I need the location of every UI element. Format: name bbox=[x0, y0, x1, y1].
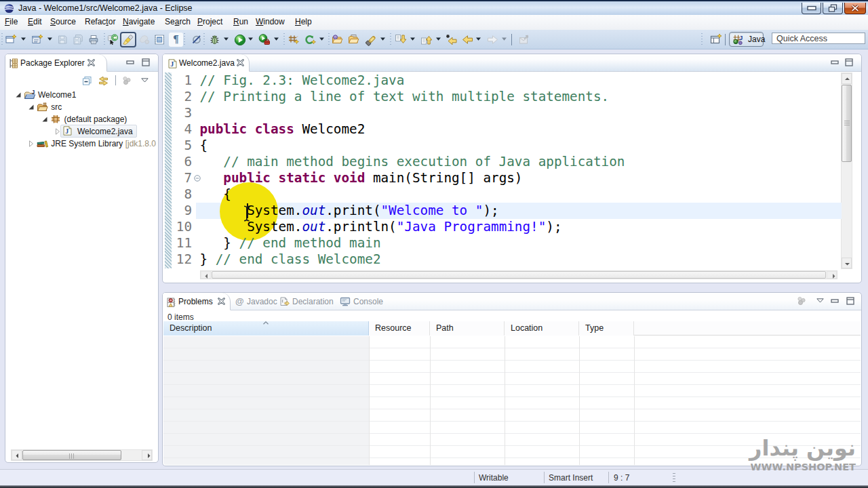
minimize-view-icon[interactable] bbox=[831, 297, 839, 305]
toolbar-dropdown-arrow-icon[interactable] bbox=[248, 37, 253, 41]
toolbar-dropdown-arrow-icon[interactable] bbox=[224, 37, 229, 41]
toolbar-open-resource-icon[interactable] bbox=[348, 34, 359, 45]
code-editor[interactable]: 123456789101112 // Fig. 2.3: Welcome2.ja… bbox=[163, 73, 861, 282]
close-view-icon[interactable] bbox=[218, 298, 225, 305]
tree-expanded-icon[interactable] bbox=[28, 104, 35, 110]
menu-project[interactable]: Project bbox=[197, 17, 222, 26]
scroll-left-icon[interactable] bbox=[12, 450, 22, 460]
menu-file[interactable]: File bbox=[5, 17, 18, 26]
toolbar-pin-editor-icon[interactable] bbox=[518, 34, 530, 45]
java-perspective-button[interactable]: J Java bbox=[729, 32, 764, 47]
menu-edit[interactable]: Edit bbox=[28, 17, 42, 26]
scrollbar-thumb[interactable] bbox=[22, 450, 121, 460]
toolbar-show-source-icon[interactable] bbox=[154, 34, 165, 45]
tree-item-jre-system-library-[interactable]: JRE System Library [jdk1.8.0 bbox=[6, 138, 157, 150]
view-menu-icon[interactable] bbox=[816, 298, 824, 303]
tree-item-src[interactable]: src bbox=[6, 101, 157, 113]
tree-collapsed-icon[interactable] bbox=[28, 140, 35, 147]
column-header-path[interactable]: Path bbox=[430, 321, 505, 336]
package-explorer-hscrollbar[interactable] bbox=[11, 449, 153, 461]
menu-navigate[interactable]: Navigate bbox=[123, 17, 155, 26]
toolbar-mark-occurrences-icon[interactable] bbox=[120, 32, 136, 47]
toolbar-dropdown-arrow-icon[interactable] bbox=[380, 37, 385, 41]
toolbar-save-icon[interactable] bbox=[57, 34, 68, 45]
toolbar-dropdown-arrow-icon[interactable] bbox=[274, 37, 279, 41]
toolbar-dropdown-arrow-icon[interactable] bbox=[436, 37, 441, 41]
minimize-view-icon[interactable] bbox=[831, 58, 839, 66]
menu-source[interactable]: Source bbox=[50, 17, 76, 26]
toolbar-show-whitespace-icon[interactable]: ¶ bbox=[169, 33, 183, 47]
package-explorer-tab[interactable]: Package Explorer bbox=[5, 54, 107, 72]
view-menu-icon[interactable] bbox=[141, 78, 149, 83]
toolbar-dropdown-arrow-icon[interactable] bbox=[21, 37, 26, 41]
toolbar-open-type-icon[interactable] bbox=[332, 34, 343, 45]
toolbar-save-all-icon[interactable] bbox=[73, 34, 84, 45]
quick-access-input[interactable]: Quick Access bbox=[772, 33, 865, 44]
menu-run[interactable]: Run bbox=[233, 17, 248, 26]
toolbar-dropdown-arrow-icon[interactable] bbox=[502, 37, 507, 41]
close-button[interactable] bbox=[844, 3, 866, 14]
package-explorer-icon bbox=[9, 58, 18, 68]
maximize-view-icon[interactable] bbox=[845, 58, 853, 66]
restore-button[interactable] bbox=[823, 3, 843, 14]
maximize-view-icon[interactable] bbox=[142, 58, 150, 66]
column-header-resource[interactable]: Resource bbox=[369, 321, 430, 336]
menu-search[interactable]: Search bbox=[165, 17, 191, 26]
toolbar-new-wizard-icon[interactable] bbox=[5, 34, 17, 45]
column-header-description[interactable]: Description bbox=[163, 321, 369, 336]
toolbar-coverage-icon[interactable] bbox=[304, 34, 315, 45]
link-with-editor-icon[interactable] bbox=[98, 75, 109, 87]
menu-window[interactable]: Window bbox=[256, 17, 285, 26]
toolbar-search-icon[interactable] bbox=[365, 34, 376, 45]
minimize-button[interactable] bbox=[802, 3, 821, 14]
tree-item-welcome1[interactable]: JWelcome1 bbox=[6, 89, 157, 101]
menu-help[interactable]: Help bbox=[295, 17, 312, 26]
toolbar-new-java-icon[interactable] bbox=[32, 34, 43, 45]
editor-hscrollbar[interactable] bbox=[200, 270, 837, 279]
toolbar-next-annotation-icon[interactable] bbox=[395, 34, 406, 45]
toolbar-run-external-icon[interactable] bbox=[258, 34, 270, 45]
menu-refactor[interactable]: Refactor bbox=[85, 17, 115, 26]
toolbar-prev-annotation-icon[interactable] bbox=[420, 34, 432, 45]
toolbar-dropdown-arrow-icon[interactable] bbox=[319, 37, 324, 41]
problems-tab[interactable]: Problems bbox=[163, 293, 231, 310]
scroll-down-icon[interactable] bbox=[842, 258, 852, 268]
toolbar-next-change-icon[interactable] bbox=[139, 34, 151, 45]
collapse-all-icon[interactable] bbox=[81, 75, 93, 87]
toolbar-last-edit-location-icon[interactable] bbox=[446, 34, 457, 45]
toolbar-new-java-project-icon[interactable] bbox=[288, 34, 299, 45]
scroll-right-icon[interactable] bbox=[142, 450, 152, 460]
tree-collapsed-icon[interactable] bbox=[54, 128, 61, 135]
toolbar-skip-breakpoints-icon[interactable] bbox=[191, 34, 203, 45]
tree-expanded-icon[interactable] bbox=[41, 116, 48, 123]
maximize-view-icon[interactable] bbox=[846, 297, 854, 305]
minimize-view-icon[interactable] bbox=[126, 58, 134, 66]
toolbar-back-icon[interactable] bbox=[461, 34, 473, 45]
scrollbar-thumb[interactable] bbox=[212, 271, 826, 279]
toolbar-dropdown-arrow-icon[interactable] bbox=[476, 37, 481, 41]
toolbar-dropdown-arrow-icon[interactable] bbox=[47, 37, 52, 41]
scrollbar-thumb[interactable] bbox=[842, 85, 852, 162]
column-header-type[interactable]: Type bbox=[579, 321, 634, 336]
column-header-location[interactable]: Location bbox=[505, 321, 579, 336]
scroll-up-icon[interactable] bbox=[842, 73, 852, 84]
tree-item--default-package-[interactable]: (default package) bbox=[6, 113, 157, 125]
toolbar-dropdown-arrow-icon[interactable] bbox=[410, 37, 415, 41]
toolbar-open-task-icon[interactable] bbox=[107, 34, 119, 45]
toolbar-run-icon[interactable] bbox=[234, 34, 245, 45]
tree-expanded-icon[interactable] bbox=[15, 92, 22, 98]
focus-icon[interactable] bbox=[795, 296, 807, 307]
scroll-right-icon[interactable] bbox=[827, 271, 837, 279]
toolbar-print-icon[interactable] bbox=[88, 34, 100, 45]
code-token bbox=[200, 154, 224, 169]
open-perspective-button[interactable] bbox=[710, 34, 722, 45]
editor-vscrollbar[interactable] bbox=[841, 73, 852, 269]
focus-icon[interactable] bbox=[121, 75, 132, 87]
close-view-icon[interactable] bbox=[87, 59, 95, 66]
scroll-left-icon[interactable] bbox=[201, 271, 211, 279]
tree-item-welcome2-java[interactable]: JWelcome2.java bbox=[6, 125, 157, 138]
toolbar-debug-icon[interactable] bbox=[209, 34, 220, 45]
editor-tab[interactable]: J Welcome2.java bbox=[163, 54, 250, 72]
toolbar-forward-icon[interactable] bbox=[487, 34, 498, 45]
close-editor-icon[interactable] bbox=[237, 59, 244, 66]
